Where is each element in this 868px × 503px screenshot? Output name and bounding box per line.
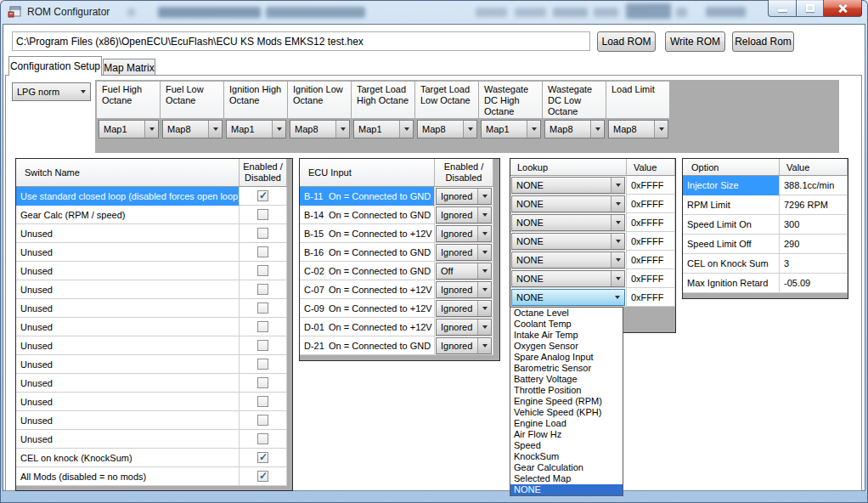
table-row[interactable]: Unused xyxy=(16,243,292,262)
table-row[interactable]: Unused xyxy=(16,318,292,336)
enabled-checkbox[interactable] xyxy=(257,433,268,444)
dropdown-item[interactable]: Coolant Temp xyxy=(510,319,623,330)
enabled-checkbox[interactable] xyxy=(257,452,268,463)
table-row[interactable]: All Mods (disabled = no mods) xyxy=(16,467,292,486)
input-mode-combobox[interactable]: Ignored xyxy=(436,300,492,317)
input-mode-combobox[interactable]: Ignored xyxy=(436,188,492,205)
table-row[interactable]: Injector Size388.1cc/min xyxy=(683,176,848,195)
lookup-combobox[interactable]: NONE xyxy=(511,252,625,268)
dropdown-item[interactable]: Spare Analog Input xyxy=(510,352,623,363)
enabled-checkbox[interactable] xyxy=(257,471,268,482)
dropdown-item[interactable]: Battery Voltage xyxy=(510,374,623,385)
dropdown-item[interactable]: Air Flow Hz xyxy=(510,429,623,440)
table-row[interactable]: D-01On = Connected to +12VIgnored xyxy=(300,318,499,336)
map-select-combobox[interactable]: Map8 xyxy=(544,120,605,138)
enabled-checkbox[interactable] xyxy=(257,415,268,426)
table-row[interactable]: Unused xyxy=(16,374,292,393)
tab-map-matrix[interactable]: Map Matrix xyxy=(103,59,155,76)
lookup-combobox[interactable]: NONE xyxy=(511,214,625,231)
dropdown-item[interactable]: Speed xyxy=(510,440,623,451)
table-row[interactable]: Gear Calc (RPM / speed) xyxy=(16,206,292,224)
lookup-combobox[interactable]: NONE xyxy=(511,233,625,250)
table-row[interactable]: B-16On = Connected to GNDIgnored xyxy=(300,243,499,262)
map-select-combobox[interactable]: Map1 xyxy=(99,120,159,138)
table-row[interactable]: NONE0xFFFF xyxy=(510,269,675,288)
dropdown-item[interactable]: Engine Speed (RPM) xyxy=(510,396,623,407)
table-row[interactable]: Unused xyxy=(16,224,292,243)
reload-rom-button[interactable]: Reload Rom xyxy=(732,31,794,52)
table-row[interactable]: Max Ignition Retard-05.09 xyxy=(683,274,848,293)
table-row[interactable]: B-11On = Connected to GNDIgnored xyxy=(300,187,499,206)
enabled-checkbox[interactable] xyxy=(257,265,268,276)
map-select-combobox[interactable]: Map8 xyxy=(290,120,350,138)
table-row[interactable]: NONE0xFFFF xyxy=(510,251,675,269)
enabled-checkbox[interactable] xyxy=(257,228,268,239)
enabled-checkbox[interactable] xyxy=(257,302,268,314)
table-row[interactable]: Unused xyxy=(16,262,292,280)
table-row[interactable]: C-07On = Connected to +12VIgnored xyxy=(300,280,499,299)
map-select-combobox[interactable]: Map1 xyxy=(353,120,414,138)
dropdown-item[interactable]: Barometric Sensor xyxy=(510,363,623,374)
map-select-combobox[interactable]: Map1 xyxy=(481,120,541,138)
input-mode-combobox[interactable]: Ignored xyxy=(436,319,492,336)
dropdown-item[interactable]: Engine Load xyxy=(510,418,623,429)
input-mode-combobox[interactable]: Ignored xyxy=(436,244,492,261)
table-row[interactable]: Unused xyxy=(16,393,292,411)
input-mode-combobox[interactable]: Ignored xyxy=(436,281,492,298)
table-row[interactable]: Speed Limit On300 xyxy=(683,215,848,235)
input-mode-combobox[interactable]: Ignored xyxy=(436,206,492,223)
dropdown-item[interactable]: Oxygen Sensor xyxy=(510,341,623,352)
dropdown-item[interactable]: Vehicle Speed (KPH) xyxy=(510,407,623,418)
tab-configuration-setup[interactable]: Configuration Setup xyxy=(8,56,102,76)
table-row[interactable]: RPM Limit7296 RPM xyxy=(683,195,848,215)
minimize-button[interactable] xyxy=(768,0,796,17)
table-row[interactable]: Unused xyxy=(16,299,292,318)
dropdown-item[interactable]: Octane Level xyxy=(510,308,623,319)
table-row[interactable]: NONE0xFFFF xyxy=(510,213,675,232)
enabled-checkbox[interactable] xyxy=(257,359,268,370)
input-mode-combobox[interactable]: Ignored xyxy=(436,337,492,354)
enabled-checkbox[interactable] xyxy=(257,209,268,220)
table-row[interactable]: B-14On = Connected to GNDIgnored xyxy=(300,206,499,224)
enabled-checkbox[interactable] xyxy=(257,190,268,201)
table-row[interactable]: NONE0xFFFF xyxy=(510,176,675,195)
table-row[interactable]: Unused xyxy=(16,280,292,299)
dropdown-item[interactable]: Intake Air Temp xyxy=(510,330,623,341)
lookup-combobox-open[interactable]: NONE xyxy=(511,289,625,306)
write-rom-button[interactable]: Write ROM xyxy=(665,31,725,52)
table-row[interactable]: Use standard closed loop (disabled force… xyxy=(16,187,292,206)
table-row[interactable]: NONE0xFFFF xyxy=(510,195,675,213)
dropdown-item[interactable]: Selected Map xyxy=(510,473,623,484)
table-row[interactable]: C-09On = Connected to +12VIgnored xyxy=(300,299,499,318)
map-select-combobox[interactable]: Map8 xyxy=(417,120,477,138)
enabled-checkbox[interactable] xyxy=(257,284,268,295)
maximize-button[interactable] xyxy=(796,0,824,17)
table-row[interactable]: C-02On = Connected to GNDOff xyxy=(300,262,499,280)
input-mode-combobox[interactable]: Ignored xyxy=(436,225,492,242)
enabled-checkbox[interactable] xyxy=(257,321,268,332)
table-row[interactable]: CEL on knock (KnockSum) xyxy=(16,449,292,467)
lookup-combobox[interactable]: NONE xyxy=(511,177,625,194)
lookup-combobox[interactable]: NONE xyxy=(511,195,625,212)
enabled-checkbox[interactable] xyxy=(257,246,268,257)
load-rom-button[interactable]: Load ROM xyxy=(597,31,656,52)
table-row[interactable]: NONE0xFFFF xyxy=(510,232,675,251)
table-row[interactable]: Unused xyxy=(16,336,292,355)
dropdown-item-selected[interactable]: NONE xyxy=(510,484,623,495)
map-select-combobox[interactable]: Map8 xyxy=(608,120,668,138)
table-row[interactable]: Unused xyxy=(16,355,292,374)
table-row[interactable]: B-15On = Connected to +12VIgnored xyxy=(300,224,499,243)
enabled-checkbox[interactable] xyxy=(257,377,268,388)
table-row[interactable]: Speed Limit Off290 xyxy=(683,235,848,254)
close-button[interactable] xyxy=(824,0,862,17)
dropdown-item[interactable]: Gear Calculation xyxy=(510,462,623,473)
lookup-combobox[interactable]: NONE xyxy=(511,270,625,287)
table-row[interactable]: NONE0xFFFF xyxy=(510,288,675,307)
preset-combobox[interactable]: LPG norm xyxy=(12,82,91,101)
map-select-combobox[interactable]: Map8 xyxy=(162,120,223,138)
table-row[interactable]: CEL on Knock Sum3 xyxy=(683,254,848,274)
table-row[interactable]: Unused xyxy=(16,411,292,430)
input-mode-combobox[interactable]: Off xyxy=(436,263,492,280)
dropdown-item[interactable]: Throttle Position xyxy=(510,385,623,396)
table-row[interactable]: Unused xyxy=(16,430,292,449)
